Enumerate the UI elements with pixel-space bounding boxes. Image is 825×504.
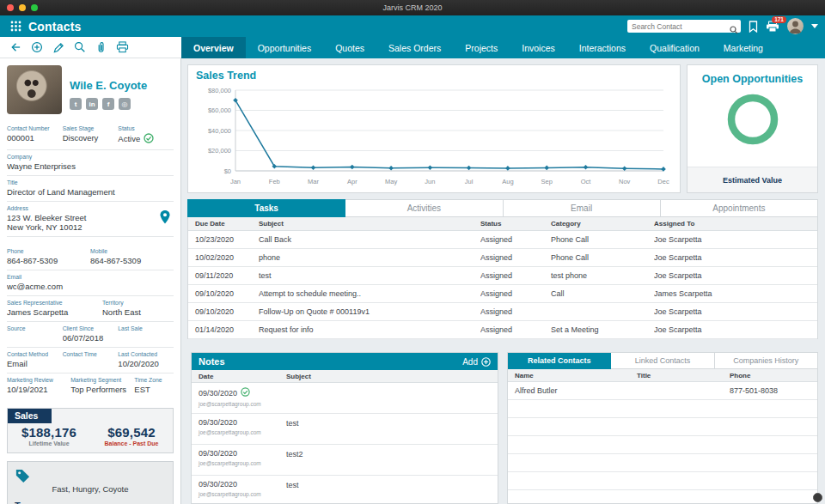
table-row[interactable]: 09/10/2020Follow-Up on Quote # 000119v1A…	[188, 303, 817, 321]
table-row-empty[interactable]	[508, 454, 817, 472]
print-queue-icon[interactable]: 171	[766, 21, 779, 33]
tab-tasks[interactable]: Tasks	[187, 199, 345, 217]
table-row[interactable]: 09/10/2020Attempt to schedule meeting..A…	[188, 285, 817, 303]
related-columns: Name Title Phone	[508, 369, 817, 382]
tab-interactions[interactable]: Interactions	[567, 37, 638, 58]
apps-grid-icon[interactable]	[10, 21, 21, 32]
table-row-empty[interactable]	[508, 400, 817, 418]
instagram-icon[interactable]: ◎	[119, 98, 131, 110]
linkedin-icon[interactable]: in	[86, 98, 98, 110]
print-icon[interactable]	[116, 41, 129, 53]
close-button[interactable]	[7, 4, 14, 11]
attachment-icon[interactable]	[95, 41, 107, 53]
tab-marketing[interactable]: Marketing	[712, 37, 775, 58]
add-note-button[interactable]: Add	[462, 357, 491, 367]
header-actions: 171	[627, 18, 818, 34]
svg-text:Dec: Dec	[657, 178, 669, 185]
table-row[interactable]: 10/02/2020phoneAssignedPhone CallJoe Sca…	[188, 249, 817, 267]
table-row[interactable]: 01/14/2020Request for infoAssignedSet a …	[188, 321, 817, 339]
tab-linked-contacts[interactable]: Linked Contacts	[611, 353, 714, 369]
field-sales-stage: Sales StageDiscovery	[63, 125, 119, 145]
bookmark-icon[interactable]	[749, 21, 758, 33]
list-item[interactable]: 09/30/2020 joe@scarpettagroup.com	[192, 383, 498, 414]
field-sales-rep: Sales RepresentativeJames Scarpetta	[7, 300, 102, 317]
table-row-empty[interactable]	[508, 418, 817, 436]
field-territory: TerritoryNorth East	[102, 300, 174, 317]
tags-label: Tags	[15, 501, 36, 504]
notes-panel: Notes Add Date Subject 09/30/2020 joe@sc…	[191, 352, 498, 504]
search-input[interactable]	[627, 20, 741, 33]
svg-text:$40,000: $40,000	[208, 127, 231, 135]
contact-header: Wile E. Coyote t in f ◎	[7, 65, 174, 114]
field-company: CompanyWayne Enterprises	[7, 154, 174, 171]
sales-trend-card: Sales Trend $80,000$60,000$40,000$20,000…	[187, 64, 681, 193]
tab-companies-history[interactable]: Companies History	[715, 353, 817, 369]
tab-invoices[interactable]: Invoices	[510, 37, 567, 58]
svg-text:Feb: Feb	[269, 178, 280, 185]
user-avatar[interactable]	[787, 18, 804, 34]
tasks-table-header: Due Date Subject Status Category Assigne…	[188, 217, 817, 231]
list-item[interactable]: 09/30/2020joe@scarpettagroup.com test	[192, 476, 498, 504]
search-icon[interactable]	[730, 22, 738, 38]
table-row-empty[interactable]	[508, 490, 817, 504]
notes-title: Notes	[199, 356, 225, 367]
tab-activities[interactable]: Activities	[345, 199, 503, 217]
tags-value[interactable]: Fast, Hungry, Coyote	[13, 484, 168, 494]
balance-past-due[interactable]: $69,542 Balance - Past Due	[90, 425, 173, 446]
twitter-icon[interactable]: t	[70, 98, 82, 110]
record-toolbar	[0, 37, 181, 58]
tab-projects[interactable]: Projects	[453, 37, 510, 58]
back-icon[interactable]	[9, 41, 21, 53]
tab-appointments[interactable]: Appointments	[661, 199, 818, 217]
svg-text:Jul: Jul	[465, 178, 474, 185]
table-row[interactable]: 10/23/2020Call BackAssignedPhone CallJoe…	[188, 231, 817, 249]
tab-opportunities[interactable]: Opportunities	[246, 37, 323, 58]
svg-text:Mar: Mar	[308, 178, 319, 185]
edit-icon[interactable]	[52, 41, 64, 53]
lifetime-value[interactable]: $188,176 Lifetime Value	[8, 425, 90, 446]
note-check-icon	[241, 387, 250, 398]
notes-columns: Date Subject	[192, 370, 498, 383]
window-title: Jarvis CRM 2020	[382, 3, 442, 12]
contact-name: Wile E. Coyote	[70, 79, 147, 92]
svg-text:Aug: Aug	[502, 178, 513, 185]
add-record-icon[interactable]	[31, 41, 43, 53]
sales-summary-card: Sales $188,176 Lifetime Value $69,542 Ba…	[7, 408, 174, 453]
notification-badge: 171	[772, 16, 786, 24]
field-status: Status Active	[118, 125, 174, 145]
tab-related-contacts[interactable]: Related Contacts	[508, 353, 611, 369]
app-window: Jarvis CRM 2020 Contacts 171	[0, 0, 825, 504]
tab-overview[interactable]: Overview	[181, 37, 246, 58]
svg-text:$60,000: $60,000	[208, 106, 231, 114]
tab-sales-orders[interactable]: Sales Orders	[376, 37, 453, 58]
tab-email[interactable]: Email	[504, 199, 661, 217]
list-item[interactable]: 09/30/2020joe@scarpettagroup.com test	[192, 414, 498, 445]
field-email: Emailwc@acme.com	[7, 274, 174, 291]
svg-text:$20,000: $20,000	[208, 147, 231, 155]
minimize-button[interactable]	[19, 4, 26, 11]
field-contact-method: Contact MethodEmail	[7, 351, 63, 368]
related-tab-bar: Related Contacts Linked Contacts Compani…	[508, 353, 817, 369]
field-address: Address 123 W. Bleeker Street New York, …	[7, 202, 174, 237]
sales-trend-chart: $80,000$60,000$40,000$20,000$0JanFebMarA…	[196, 83, 670, 188]
facebook-icon[interactable]: f	[102, 98, 114, 110]
zoom-button[interactable]	[31, 4, 38, 11]
search-icon[interactable]	[74, 41, 86, 53]
field-marketing-review: Marketing Review10/19/2021	[7, 377, 70, 394]
dropdown-caret-icon[interactable]	[811, 24, 818, 28]
status-check-icon	[144, 136, 154, 145]
contact-photo[interactable]	[7, 65, 62, 114]
table-row[interactable]: Alfred Butler 877-501-8038	[508, 382, 817, 400]
list-item[interactable]: 09/30/2020joe@scarpettagroup.com test2	[192, 445, 498, 476]
field-contact-number: Contact Number000001	[7, 125, 63, 145]
related-contacts-panel: Related Contacts Linked Contacts Compani…	[507, 352, 818, 504]
field-time-zone: Time ZoneEST	[134, 377, 174, 394]
opportunities-donut-chart	[725, 92, 780, 147]
table-row-empty[interactable]	[508, 436, 817, 454]
map-pin-icon[interactable]	[160, 210, 170, 228]
tab-quotes[interactable]: Quotes	[323, 37, 376, 58]
table-row[interactable]: 09/11/2020testAssignedtest phoneJoe Scar…	[188, 267, 817, 285]
tab-qualification[interactable]: Qualification	[638, 37, 712, 58]
field-mobile: Mobile864-867-5309	[90, 248, 174, 265]
table-row-empty[interactable]	[508, 472, 817, 490]
